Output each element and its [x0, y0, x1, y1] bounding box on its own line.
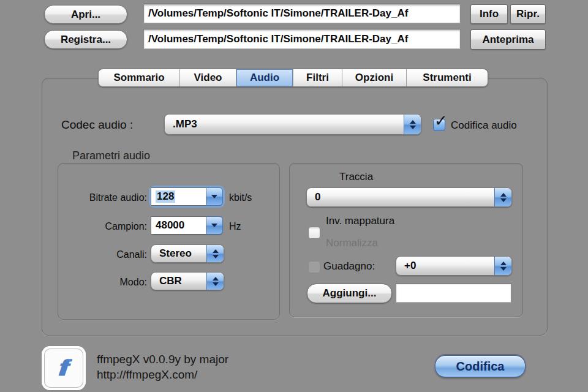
- invert-mapping-checkbox[interactable]: [308, 227, 320, 239]
- stepper-icon[interactable]: [206, 273, 224, 290]
- stepper-icon[interactable]: [404, 115, 421, 134]
- tab-video[interactable]: Video: [180, 69, 236, 86]
- arrow-down-icon: [410, 126, 416, 129]
- tab-strumenti[interactable]: Strumenti: [407, 69, 488, 86]
- dest-path-field[interactable]: [143, 29, 461, 49]
- ffmpegx-logo-text: ff: [57, 355, 71, 381]
- normalize-label: Normalizza: [326, 237, 378, 249]
- gain-value: +0: [396, 257, 494, 275]
- bitrate-unit: kbit/s: [229, 192, 252, 203]
- source-path-field[interactable]: [143, 4, 461, 23]
- audio-params-title: Parametri audio: [72, 149, 150, 162]
- checkmark-icon: ✓: [434, 113, 448, 129]
- bitrate-value: 128: [156, 190, 175, 203]
- track-title: Traccia: [339, 171, 373, 183]
- arrow-up-icon: [410, 120, 416, 124]
- add-button[interactable]: Aggiungi...: [307, 284, 392, 303]
- sample-rate-combo[interactable]: 48000: [151, 216, 223, 235]
- version-line: ffmpegX v0.0.9y by major: [97, 352, 228, 367]
- sample-rate-value: 48000: [156, 219, 184, 232]
- tab-filtri[interactable]: Filtri: [293, 69, 342, 86]
- sample-rate-unit: Hz: [229, 221, 241, 232]
- mode-value: CBR: [151, 273, 206, 290]
- tab-audio[interactable]: Audio: [236, 69, 293, 86]
- mode-select[interactable]: CBR: [151, 272, 224, 290]
- bitrate-combo[interactable]: 128: [151, 187, 223, 206]
- open-button[interactable]: Apri...: [44, 5, 127, 24]
- record-button[interactable]: Registra...: [44, 30, 127, 49]
- ffmpegx-logo: ff: [42, 346, 86, 390]
- invert-mapping-label: Inv. mappatura: [326, 215, 394, 227]
- version-info: ffmpegX v0.0.9y by major http://ffmpegX.…: [97, 352, 228, 382]
- codec-audio-label: Codec audio :: [61, 118, 133, 132]
- codec-selected-value: .MP3: [165, 115, 404, 134]
- encode-button[interactable]: Codifica: [435, 355, 526, 377]
- ffmpegx-window: Apri... Info Ripr. Registra... Anteprima…: [0, 0, 588, 392]
- tab-bar: Sommario Video Audio Filtri Opzioni Stru…: [98, 69, 488, 87]
- mode-label: Modo:: [61, 277, 147, 288]
- tab-sommario[interactable]: Sommario: [99, 69, 180, 86]
- audio-params-box: [58, 163, 280, 320]
- stepper-icon[interactable]: [494, 257, 511, 275]
- preview-button[interactable]: Anteprima: [470, 29, 546, 50]
- channels-value: Stereo: [151, 245, 206, 262]
- codec-select[interactable]: .MP3: [164, 114, 421, 135]
- dropdown-arrow-icon[interactable]: [206, 216, 223, 235]
- url-line: http://ffmpegX.com/: [97, 367, 228, 382]
- track-select[interactable]: 0: [306, 187, 512, 207]
- normalize-checkbox: [308, 261, 320, 273]
- info-button[interactable]: Info: [470, 4, 508, 24]
- encode-audio-label: Codifica audio: [451, 119, 517, 132]
- dropdown-arrow-icon[interactable]: [206, 187, 223, 206]
- sample-rate-label: Campion:: [61, 221, 147, 232]
- bitrate-label: Bitrate audio:: [61, 192, 147, 203]
- stepper-icon[interactable]: [494, 188, 511, 206]
- gain-label: Guadagno:: [323, 260, 375, 273]
- track-value: 0: [307, 188, 494, 206]
- play-button[interactable]: Ripr.: [510, 4, 546, 24]
- encode-audio-checkbox[interactable]: ✓: [433, 119, 445, 131]
- channels-label: Canali:: [61, 249, 147, 260]
- gain-select[interactable]: +0: [396, 256, 512, 276]
- stepper-icon[interactable]: [206, 245, 224, 262]
- tab-opzioni[interactable]: Opzioni: [342, 69, 407, 86]
- channels-select[interactable]: Stereo: [151, 244, 224, 263]
- add-options-field[interactable]: [396, 283, 511, 303]
